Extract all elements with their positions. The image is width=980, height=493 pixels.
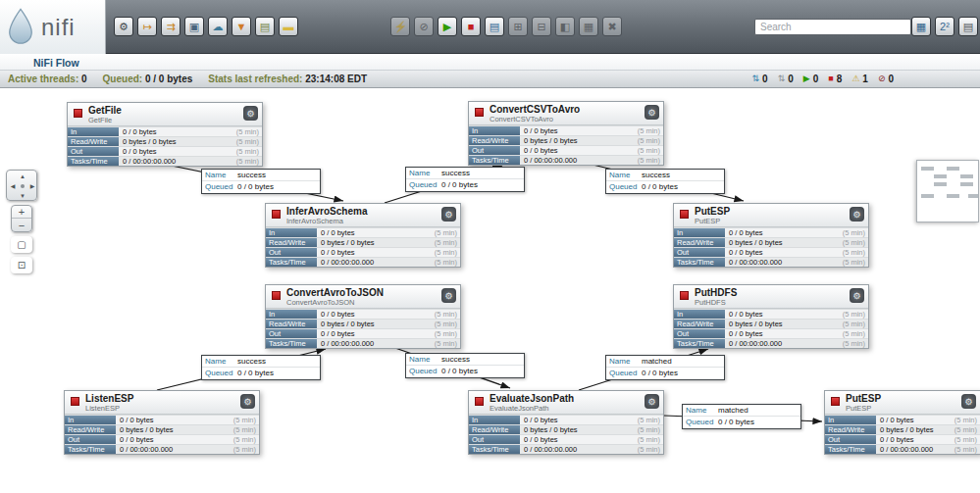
connection-label-success[interactable]: Name success Queued 0 / 0 bytes <box>405 353 525 378</box>
start-icon[interactable]: ▶ <box>438 17 457 36</box>
stat-value: 0 / 0 bytes <box>725 228 763 237</box>
processor-name: ConvertAvroToJSON <box>286 287 456 298</box>
stat-label: Read/Write <box>68 137 119 146</box>
stat-value: 0 / 0 bytes <box>520 126 558 135</box>
connection-queued-key: Queued <box>202 181 237 193</box>
zoom-in-button[interactable]: + <box>12 206 31 219</box>
active-threads-value: 0 <box>81 74 87 84</box>
connection-name-value: success <box>441 354 470 365</box>
stat-row-taskstime: Tasks/Time 0 / 00:00:00.000 (5 min) <box>266 338 460 348</box>
pan-down-button[interactable]: ▼ <box>20 193 26 199</box>
refreshed-value: 23:14:08 EDT <box>305 74 367 84</box>
processor-evaluatejsonpath[interactable]: EvaluateJsonPath EvaluateJsonPath ⚙ In 0… <box>468 390 664 455</box>
stat-row-readwrite: Read/Write 0 bytes / 0 bytes (5 min) <box>469 424 663 434</box>
connection-name-row: Name success <box>202 356 320 368</box>
template-icon[interactable]: ▤ <box>255 17 275 36</box>
processor-header: PutHDFS PutHDFS ⚙ <box>674 285 868 309</box>
processor-putesp[interactable]: PutESP PutESP ⚙ In 0 / 0 bytes (5 min) R… <box>673 203 869 268</box>
stat-window: (5 min) <box>843 329 868 338</box>
connection-label-success[interactable]: Name success Queued 0 / 0 bytes <box>201 355 321 380</box>
birdseye-map[interactable] <box>916 160 979 222</box>
stat-row-readwrite: Read/Write 0 bytes / 0 bytes (5 min) <box>825 424 980 434</box>
status-count-not-transmitting[interactable]: ⇅0 <box>778 74 794 84</box>
zoom-controls: + − <box>11 205 32 232</box>
processor-listenesp[interactable]: ListenESP ListenESP ⚙ In 0 / 0 bytes (5 … <box>64 390 260 455</box>
processor-putesp[interactable]: PutESP PutESP ⚙ In 0 / 0 bytes (5 min) R… <box>824 390 980 455</box>
connection-queued-row: Queued 0 / 0 bytes <box>202 181 320 193</box>
enable-icon[interactable]: ⚡ <box>390 17 410 36</box>
status-count-stopped[interactable]: ■8 <box>828 74 842 84</box>
stat-row-in: In 0 / 0 bytes (5 min) <box>65 415 259 424</box>
processor-header: PutESP PutESP ⚙ <box>825 391 980 415</box>
nifi-drop-icon <box>6 7 35 48</box>
status-count-invalid[interactable]: ⚠1 <box>851 74 868 84</box>
connection-label-success[interactable]: Name success Queued 0 / 0 bytes <box>405 167 525 192</box>
pan-right-button[interactable]: ▶ <box>30 183 35 189</box>
connection-queued-row: Queued 0 / 0 bytes <box>406 179 524 191</box>
processor-getfile[interactable]: GetFile GetFile ⚙ In 0 / 0 bytes (5 min)… <box>67 102 263 167</box>
label-icon[interactable]: ▬ <box>279 17 298 36</box>
search-input[interactable] <box>754 19 911 35</box>
processor-badge-icon: ⚙ <box>441 288 456 303</box>
zoom-out-button[interactable]: − <box>12 219 31 231</box>
connection-name-key: Name <box>406 168 441 178</box>
stop-icon[interactable]: ■ <box>461 17 481 36</box>
processor-convertavrotojson[interactable]: ConvertAvroToJSON ConvertAvroToJSON ⚙ In… <box>265 284 461 349</box>
connection-queued-row: Queued 0 / 0 bytes <box>202 368 320 379</box>
stat-label: Out <box>674 248 725 257</box>
status-count-disabled[interactable]: ⊘0 <box>878 74 894 84</box>
stat-window: (5 min) <box>843 258 868 267</box>
disable-icon[interactable]: ⊘ <box>414 17 434 36</box>
stat-value: 0 bytes / 0 bytes <box>119 137 177 146</box>
stat-label: Out <box>266 329 317 338</box>
group-icon[interactable]: ▦ <box>579 17 598 36</box>
pan-left-button[interactable]: ◀ <box>11 183 16 189</box>
create-template-icon[interactable]: ▤ <box>485 17 504 36</box>
fill-color-icon[interactable]: ◧ <box>555 17 575 36</box>
delete-icon[interactable]: ✖ <box>602 17 622 36</box>
stat-label: In <box>674 310 725 319</box>
input-port-icon[interactable]: ↦ <box>137 17 157 36</box>
connection-queued-value: 0 / 0 bytes <box>642 181 678 193</box>
processor-stats: In 0 / 0 bytes (5 min) Read/Write 0 byte… <box>674 309 868 348</box>
stat-row-out: Out 0 / 0 bytes (5 min) <box>266 247 460 257</box>
connection-name-key: Name <box>683 405 718 416</box>
processor-header: ListenESP ListenESP ⚙ <box>65 391 259 415</box>
funnel-icon[interactable]: ▼ <box>232 17 251 36</box>
status-count-transmitting[interactable]: ⇅0 <box>752 74 768 84</box>
processor-convertcsvtoavro[interactable]: ConvertCSVToAvro ConvertCSVToAvro ⚙ In 0… <box>468 101 664 166</box>
stat-window: (5 min) <box>233 416 259 424</box>
paste-icon[interactable]: ⊟ <box>532 17 551 36</box>
processor-type: ConvertAvroToJSON <box>286 298 456 307</box>
stat-row-in: In 0 / 0 bytes (5 min) <box>674 227 868 237</box>
zoom-actual-button[interactable]: ⊡ <box>11 257 32 273</box>
processor-puthdfs[interactable]: PutHDFS PutHDFS ⚙ In 0 / 0 bytes (5 min)… <box>673 284 869 349</box>
connection-queued-value: 0 / 0 bytes <box>441 366 478 377</box>
bulletin-board-icon[interactable]: ▤ <box>958 17 978 36</box>
summary-icon[interactable]: ▦ <box>911 17 931 36</box>
remote-process-group-icon[interactable]: ☁ <box>208 17 228 36</box>
queued-total: Queued: 0 / 0 bytes <box>103 74 193 84</box>
flow-canvas[interactable]: ▲ ◀▶ ▼ + − ▢ ⊡ GetFile GetFile ⚙ In 0 / … <box>0 88 980 493</box>
processor-badge-icon: ⚙ <box>243 106 258 121</box>
processor-name: PutESP <box>695 206 864 217</box>
stat-label: Tasks/Time <box>469 445 520 454</box>
status-count-running[interactable]: ▶0 <box>803 74 818 84</box>
output-port-icon[interactable]: ⇉ <box>161 17 181 36</box>
processor-name: ConvertCSVToAvro <box>490 104 659 115</box>
processor-header: ConvertAvroToJSON ConvertAvroToJSON ⚙ <box>266 285 460 309</box>
connection-label-matched[interactable]: Name matched Queued 0 / 0 bytes <box>682 404 801 429</box>
processor-icon[interactable]: ⚙ <box>114 17 133 36</box>
counters-icon[interactable]: 2² <box>935 17 954 36</box>
copy-icon[interactable]: ⊞ <box>508 17 528 36</box>
process-group-icon[interactable]: ▣ <box>184 17 204 36</box>
processor-inferavroschema[interactable]: InferAvroSchema InferAvroSchema ⚙ In 0 /… <box>265 203 461 268</box>
pan-up-button[interactable]: ▲ <box>20 173 26 179</box>
connection-label-success[interactable]: Name success Queued 0 / 0 bytes <box>201 169 321 194</box>
processor-header: PutESP PutESP ⚙ <box>674 204 868 227</box>
zoom-fit-button[interactable]: ▢ <box>11 236 32 253</box>
connection-queued-value: 0 / 0 bytes <box>237 181 274 193</box>
connection-label-matched[interactable]: Name matched Queued 0 / 0 bytes <box>605 355 725 380</box>
connection-label-success[interactable]: Name success Queued 0 / 0 bytes <box>605 169 725 194</box>
breadcrumb[interactable]: NiFi Flow <box>0 57 79 69</box>
